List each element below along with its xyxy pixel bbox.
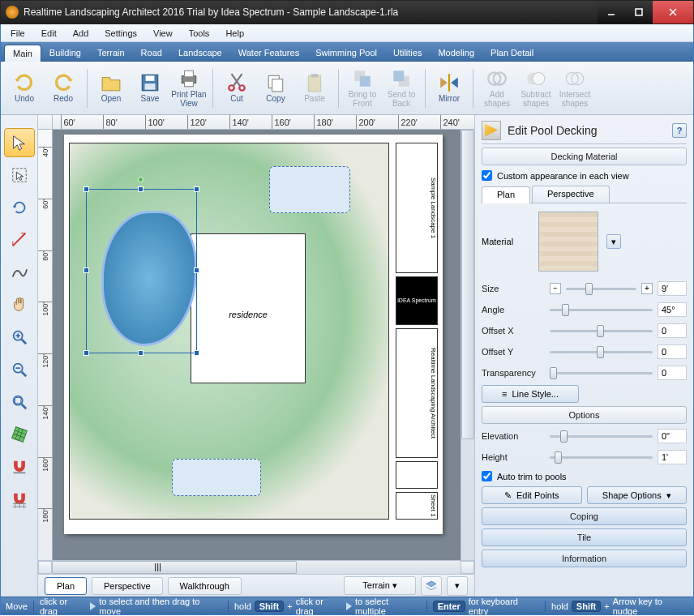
height-value[interactable]: 1': [658, 450, 687, 464]
tab-terrain[interactable]: Terrain: [89, 45, 133, 61]
offsety-value[interactable]: 0: [658, 344, 687, 359]
menu-edit[interactable]: Edit: [33, 26, 65, 41]
status-mode: Move: [6, 601, 28, 611]
rotate-tool[interactable]: [4, 193, 35, 222]
open-button[interactable]: Open: [92, 66, 130, 111]
offsety-slider[interactable]: [550, 345, 653, 358]
edit-points-button[interactable]: ✎Edit Points: [482, 486, 582, 504]
snap-object-tool[interactable]: [4, 452, 35, 481]
shape-options-button[interactable]: Shape Options▾: [587, 486, 688, 504]
vertical-scrollbar[interactable]: [461, 130, 474, 560]
print-plan-view-button[interactable]: Print Plan View: [170, 66, 208, 111]
menu-tools[interactable]: Tools: [181, 26, 218, 41]
paste-button: Paste: [296, 66, 333, 111]
layers-button[interactable]: [421, 576, 442, 596]
size-value[interactable]: 9': [658, 281, 687, 296]
undo-button[interactable]: Undo: [6, 66, 43, 111]
menu-add[interactable]: Add: [65, 26, 97, 41]
transparency-value[interactable]: 0: [658, 366, 687, 380]
panel-title: Edit Pool Decking: [508, 124, 666, 137]
line-style-button[interactable]: ≡Line Style...: [482, 385, 579, 403]
tab-landscape[interactable]: Landscape: [170, 45, 230, 61]
tab-water-features[interactable]: Water Features: [230, 45, 307, 61]
tab-utilities[interactable]: Utilities: [385, 45, 430, 61]
offsetx-value[interactable]: 0: [658, 323, 687, 338]
help-button[interactable]: ?: [672, 123, 687, 138]
transparency-slider[interactable]: [550, 366, 653, 379]
height-slider[interactable]: [550, 451, 653, 464]
svg-rect-21: [393, 71, 404, 81]
view-dropdown-button[interactable]: ▾: [447, 576, 468, 596]
grid-tool[interactable]: [4, 420, 35, 449]
maximize-button[interactable]: [625, 1, 653, 24]
menu-help[interactable]: Help: [217, 26, 252, 41]
shift-key-badge: Shift: [255, 601, 284, 612]
view-tab-walkthrough[interactable]: Walkthrough: [168, 577, 242, 595]
close-button[interactable]: [653, 1, 693, 24]
chevron-down-icon: ▾: [392, 580, 397, 590]
freehand-tool[interactable]: [4, 258, 35, 287]
tab-plan-detail[interactable]: Plan Detail: [482, 45, 542, 61]
elevation-value[interactable]: 0": [658, 429, 687, 443]
custom-appearance-checkbox[interactable]: Custom appearance in each view: [482, 169, 687, 182]
information-header[interactable]: Information: [482, 550, 687, 567]
tile-header[interactable]: Tile: [482, 528, 687, 546]
offsety-label: Offset Y: [482, 347, 545, 357]
cut-button[interactable]: Cut: [218, 66, 255, 111]
angle-value[interactable]: 45°: [658, 302, 687, 317]
dimension-tool[interactable]: [4, 225, 35, 255]
mirror-button[interactable]: Mirror: [431, 66, 468, 111]
select-tool[interactable]: [4, 128, 35, 157]
decking-material-header[interactable]: Decking Material: [482, 148, 687, 165]
zoom-out-tool[interactable]: [4, 355, 35, 384]
view-tab-perspective[interactable]: Perspective: [92, 577, 162, 595]
tab-building[interactable]: Building: [41, 45, 89, 61]
pan-tool[interactable]: [4, 290, 35, 319]
tab-main[interactable]: Main: [4, 45, 41, 62]
chevron-down-icon: ▾: [455, 580, 460, 591]
options-header[interactable]: Options: [482, 406, 687, 424]
zoom-extents-tool[interactable]: [4, 387, 35, 417]
design-viewport[interactable]: residence: [53, 130, 461, 560]
svg-rect-1: [636, 9, 642, 15]
size-minus[interactable]: −: [550, 283, 561, 294]
svg-line-34: [21, 340, 26, 344]
subtab-plan[interactable]: Plan: [482, 186, 530, 203]
material-dropdown[interactable]: ▾: [606, 234, 621, 249]
landscape-plan: residence: [69, 143, 389, 520]
size-slider[interactable]: [566, 282, 636, 295]
zoom-in-tool[interactable]: [4, 323, 35, 352]
svg-rect-8: [185, 71, 194, 77]
coping-header[interactable]: Coping: [482, 507, 687, 525]
redo-button[interactable]: Redo: [45, 66, 82, 111]
pool-decking-icon: [482, 121, 501, 140]
angle-slider[interactable]: [550, 303, 653, 316]
snap-grid-tool[interactable]: [4, 485, 35, 514]
terrain-dropdown[interactable]: Terrain ▾: [344, 576, 416, 595]
menu-settings[interactable]: Settings: [96, 26, 145, 41]
auto-trim-checkbox[interactable]: Auto trim to pools: [482, 469, 687, 483]
subtab-perspective[interactable]: Perspective: [532, 186, 609, 203]
transparency-label: Transparency: [482, 368, 545, 378]
elevation-slider[interactable]: [550, 430, 653, 443]
ruler-vertical: 40' 60' 80' 100' 120' 140' 160' 180': [38, 130, 53, 560]
offsetx-slider[interactable]: [550, 324, 653, 337]
tab-modeling[interactable]: Modeling: [430, 45, 482, 61]
copy-button[interactable]: Copy: [257, 66, 294, 111]
svg-rect-5: [146, 76, 155, 82]
view-tab-plan[interactable]: Plan: [45, 577, 87, 595]
size-plus[interactable]: +: [641, 283, 653, 294]
title-block: Sample Landscape 1 iDEA Spectrum Realtim…: [396, 143, 438, 520]
horizontal-scrollbar[interactable]: |||: [38, 560, 474, 574]
properties-panel: Edit Pool Decking ? Decking Material Cus…: [474, 115, 693, 597]
marquee-select-tool[interactable]: [4, 160, 35, 190]
material-swatch[interactable]: [538, 212, 598, 272]
shift-key-badge: Shift: [572, 601, 601, 612]
minimize-button[interactable]: [598, 1, 625, 24]
tab-road[interactable]: Road: [133, 45, 170, 61]
save-button[interactable]: Save: [131, 66, 169, 111]
tab-swimming-pool[interactable]: Swimming Pool: [307, 45, 385, 61]
menu-view[interactable]: View: [145, 26, 181, 41]
ruler-horizontal: 60' 80' 100' 120' 140' 160' 180' 200' 22…: [38, 115, 474, 130]
menu-file[interactable]: File: [2, 26, 33, 41]
